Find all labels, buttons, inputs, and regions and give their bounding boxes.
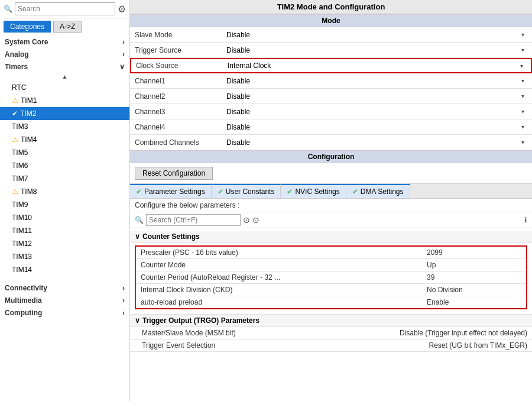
channel2-row: Channel2 Disable ▾	[130, 89, 532, 104]
sidebar-list: System Core › Analog › Timers ∨ ▲ RTC ⚠ …	[0, 35, 129, 401]
check-icon: ✔	[352, 187, 358, 196]
chevron-down-icon: ▾	[521, 108, 524, 115]
sidebar: 🔍 ⚙ Categories A->Z System Core › Analog…	[0, 0, 130, 401]
main-title: TIM2 Mode and Configuration	[130, 0, 532, 14]
counter-settings-header[interactable]: ∨ Counter Settings	[130, 231, 532, 243]
chevron-down-icon: ▾	[521, 93, 524, 99]
tab-categories[interactable]: Categories	[4, 21, 51, 33]
check-icon: ✔	[218, 187, 223, 196]
sidebar-item-tim8[interactable]: ⚠ TIM8	[0, 185, 129, 198]
trigger-source-select[interactable]: Disable ▾	[223, 45, 527, 56]
sidebar-item-tim11[interactable]: TIM11	[0, 224, 129, 237]
main-content: TIM2 Mode and Configuration Mode Slave M…	[130, 0, 532, 401]
tab-parameter-settings[interactable]: ✔ Parameter Settings	[130, 184, 212, 198]
mode-section-header: Mode	[130, 14, 532, 27]
warn-icon: ⚠	[12, 135, 18, 144]
tab-user-constants[interactable]: ✔ User Constants	[212, 184, 281, 198]
search-input[interactable]	[15, 2, 115, 15]
warn-icon: ⚠	[12, 96, 18, 105]
channel3-label: Channel3	[135, 108, 223, 116]
channel1-row: Channel1 Disable ▾	[130, 73, 532, 89]
sidebar-item-tim5[interactable]: TIM5	[0, 146, 129, 159]
chevron-down-icon: ▾	[521, 124, 524, 130]
config-tabs: ✔ Parameter Settings ✔ User Constants ✔ …	[130, 184, 532, 199]
trigger-source-label: Trigger Source	[135, 46, 223, 54]
search-params-input[interactable]	[146, 214, 241, 226]
sidebar-item-tim1[interactable]: ⚠ TIM1	[0, 94, 129, 107]
check-icon: ✔	[12, 109, 18, 118]
clock-source-select[interactable]: Internal Clock ▾	[225, 60, 526, 71]
sidebar-item-tim14[interactable]: TIM14	[0, 263, 129, 276]
check-icon: ✔	[136, 187, 142, 196]
combined-channels-row: Combined Channels Disable ▾	[130, 135, 532, 150]
sidebar-item-tim12[interactable]: TIM12	[0, 237, 129, 250]
chevron-right-icon: ›	[122, 50, 125, 59]
gear-icon[interactable]: ⚙	[118, 4, 126, 15]
sidebar-item-computing[interactable]: Computing ›	[0, 306, 129, 318]
tab-nvic-settings[interactable]: ✔ NVIC Settings	[281, 184, 346, 198]
chevron-down-icon: ▾	[521, 31, 524, 38]
search-icon: 🔍	[4, 5, 12, 13]
table-row: Master/Slave Mode (MSM bit) Disable (Tri…	[130, 327, 532, 339]
chevron-down-icon: ▾	[521, 47, 524, 53]
tab-dma-settings[interactable]: ✔ DMA Settings	[346, 184, 410, 198]
info-icon: ℹ	[524, 216, 527, 224]
sidebar-item-tim13[interactable]: TIM13	[0, 250, 129, 263]
combined-channels-select[interactable]: Disable ▾	[223, 137, 527, 148]
reset-btn-row: Reset Configuration	[130, 163, 532, 184]
channel3-select[interactable]: Disable ▾	[223, 106, 527, 117]
table-row: Prescaler (PSC - 16 bits value) 2099	[136, 247, 526, 259]
sidebar-tabs: Categories A->Z	[0, 18, 129, 35]
table-row: Internal Clock Division (CKD) No Divisio…	[136, 284, 526, 296]
scroll-up-icon[interactable]: ▲	[0, 72, 129, 81]
chevron-down-icon: ∨	[119, 63, 125, 71]
slave-mode-select[interactable]: Disable ▾	[223, 30, 527, 40]
chevron-right-icon: ›	[122, 284, 125, 292]
chevron-down-icon: ∨	[135, 316, 140, 325]
sidebar-item-tim10[interactable]: TIM10	[0, 211, 129, 224]
table-row: auto-reload preload Enable	[136, 296, 526, 308]
sidebar-item-rtc[interactable]: RTC	[0, 81, 129, 94]
channel4-select[interactable]: Disable ▾	[223, 122, 527, 132]
sidebar-item-connectivity[interactable]: Connectivity ›	[0, 281, 129, 293]
sidebar-item-analog[interactable]: Analog ›	[0, 47, 129, 60]
sidebar-item-tim2[interactable]: ✔ TIM2	[0, 107, 129, 120]
sidebar-item-timers[interactable]: Timers ∨	[0, 60, 129, 72]
nav-next-icon[interactable]: ⊙	[252, 215, 259, 225]
sidebar-item-tim4[interactable]: ⚠ TIM4	[0, 133, 129, 146]
config-section: Reset Configuration ✔ Parameter Settings…	[130, 163, 532, 401]
warn-icon: ⚠	[12, 187, 18, 196]
channel2-select[interactable]: Disable ▾	[223, 91, 527, 102]
channel2-label: Channel2	[135, 92, 223, 101]
clock-source-label: Clock Source	[136, 62, 225, 70]
config-params-header: Configure the below parameters :	[130, 199, 532, 212]
clock-source-row: Clock Source Internal Clock ▾	[130, 58, 532, 73]
combined-channels-label: Combined Channels	[135, 138, 223, 147]
search-params-row: 🔍 ⊙ ⊙ ℹ	[130, 212, 532, 228]
counter-settings-group: ∨ Counter Settings Prescaler (PSC - 16 b…	[130, 228, 532, 314]
check-icon: ✔	[287, 187, 293, 196]
search-bar: 🔍 ⚙	[0, 0, 129, 18]
sidebar-item-system-core[interactable]: System Core ›	[0, 35, 129, 47]
sidebar-item-multimedia[interactable]: Multimedia ›	[0, 293, 129, 306]
trigger-output-header[interactable]: ∨ Trigger Output (TRGO) Parameters	[130, 314, 532, 327]
slave-mode-label: Slave Mode	[135, 31, 223, 39]
channel3-row: Channel3 Disable ▾	[130, 104, 532, 119]
sidebar-item-tim9[interactable]: TIM9	[0, 198, 129, 211]
sidebar-item-tim3[interactable]: TIM3	[0, 120, 129, 133]
counter-settings-table: Prescaler (PSC - 16 bits value) 2099 Cou…	[135, 245, 527, 309]
chevron-down-icon: ▾	[521, 77, 524, 84]
chevron-down-icon: ▾	[520, 63, 523, 69]
trigger-source-row: Trigger Source Disable ▾	[130, 43, 532, 58]
channel1-select[interactable]: Disable ▾	[223, 76, 527, 86]
channel1-label: Channel1	[135, 77, 223, 85]
nav-prev-icon[interactable]: ⊙	[243, 215, 250, 225]
tab-atoz[interactable]: A->Z	[53, 21, 82, 33]
reset-config-button[interactable]: Reset Configuration	[135, 167, 213, 180]
chevron-right-icon: ›	[122, 309, 125, 317]
sidebar-item-tim6[interactable]: TIM6	[0, 159, 129, 172]
sidebar-item-tim7[interactable]: TIM7	[0, 172, 129, 185]
channel4-label: Channel4	[135, 123, 223, 131]
slave-mode-row: Slave Mode Disable ▾	[130, 27, 532, 43]
chevron-right-icon: ›	[122, 38, 125, 46]
